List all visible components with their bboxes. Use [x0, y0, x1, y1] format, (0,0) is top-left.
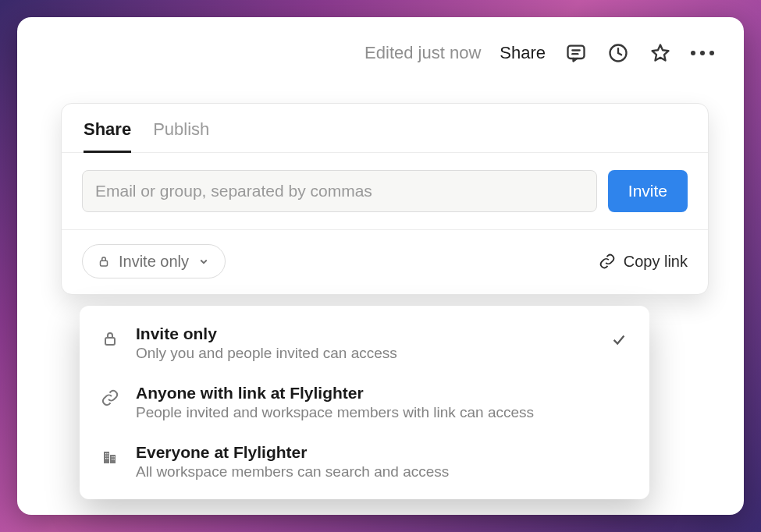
access-option-title: Anyone with link at Flylighter: [136, 384, 593, 403]
svg-rect-0: [568, 46, 585, 59]
invite-row: Invite: [62, 153, 708, 230]
link-icon: [98, 384, 122, 407]
invite-button[interactable]: Invite: [608, 170, 688, 212]
svg-rect-13: [108, 458, 108, 459]
svg-rect-17: [114, 459, 115, 459]
access-option-text: Everyone at Flylighter All workspace mem…: [136, 443, 593, 481]
comments-icon[interactable]: [564, 41, 588, 65]
svg-rect-5: [105, 338, 115, 345]
access-dropdown: Invite only Only you and people invited …: [80, 306, 649, 499]
access-current-label: Invite only: [119, 253, 189, 271]
svg-rect-6: [104, 452, 109, 463]
svg-rect-8: [105, 453, 106, 454]
svg-rect-4: [101, 261, 108, 266]
lock-icon: [98, 325, 122, 348]
link-icon: [599, 253, 616, 270]
check-placeholder: [607, 384, 631, 390]
tab-share[interactable]: Share: [84, 119, 131, 153]
invite-input[interactable]: [82, 170, 597, 212]
share-tabs: Share Publish: [62, 104, 708, 153]
copy-link-button[interactable]: Copy link: [599, 253, 688, 271]
access-option-subtitle: People invited and workspace members wit…: [136, 404, 593, 421]
copy-link-label: Copy link: [624, 253, 688, 271]
access-option-everyone[interactable]: Everyone at Flylighter All workspace mem…: [80, 432, 649, 491]
svg-rect-9: [108, 453, 108, 454]
edited-status: Edited just now: [364, 43, 481, 63]
access-option-text: Invite only Only you and people invited …: [136, 325, 593, 362]
access-option-anyone-with-link[interactable]: Anyone with link at Flylighter People in…: [80, 373, 649, 432]
topbar: Edited just now Share: [17, 17, 744, 73]
more-icon[interactable]: [691, 41, 714, 65]
access-dropdown-trigger[interactable]: Invite only: [82, 244, 226, 278]
lock-icon: [97, 254, 111, 268]
building-icon: [98, 443, 122, 466]
access-option-text: Anyone with link at Flylighter People in…: [136, 384, 593, 421]
favorite-star-icon[interactable]: [649, 41, 672, 65]
check-placeholder: [607, 443, 631, 449]
svg-rect-12: [105, 458, 106, 459]
svg-rect-14: [112, 456, 112, 457]
check-icon: [607, 325, 631, 348]
access-option-subtitle: Only you and people invited can access: [136, 345, 593, 362]
history-icon[interactable]: [606, 41, 630, 65]
chevron-down-icon: [197, 254, 211, 268]
tab-publish[interactable]: Publish: [153, 119, 209, 152]
access-option-title: Everyone at Flylighter: [136, 443, 593, 462]
share-button[interactable]: Share: [500, 43, 546, 63]
access-option-subtitle: All workspace members can search and acc…: [136, 463, 593, 481]
share-footer: Invite only Copy link: [62, 230, 708, 294]
svg-rect-11: [108, 456, 108, 456]
access-option-invite-only[interactable]: Invite only Only you and people invited …: [80, 314, 649, 373]
svg-rect-16: [112, 459, 112, 459]
share-panel: Share Publish Invite Invite only: [61, 103, 709, 295]
access-option-title: Invite only: [136, 325, 593, 343]
svg-rect-15: [114, 456, 115, 457]
svg-rect-7: [110, 455, 116, 463]
app-window: Edited just now Share S: [17, 17, 744, 515]
svg-rect-10: [105, 456, 106, 456]
